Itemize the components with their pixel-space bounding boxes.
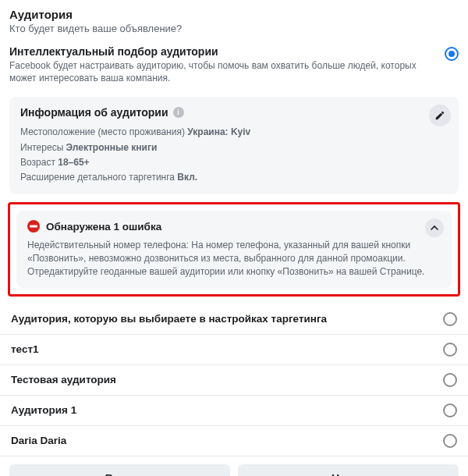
error-body: Недействительный номер телефона: На номе… (27, 239, 441, 278)
smart-audience-title: Интеллектуальный подбор аудитории (9, 45, 431, 58)
collapse-error-button[interactable] (425, 218, 444, 237)
audience-label: Daria Daria (11, 435, 443, 446)
smart-audience-option[interactable]: Интеллектуальный подбор аудитории Facebo… (0, 39, 468, 91)
audience-info-card: Информация об аудитории i Местоположение… (9, 97, 459, 194)
pencil-icon (434, 110, 445, 121)
audience-label: Аудитория 1 (11, 404, 443, 416)
audience-radio[interactable] (443, 434, 457, 448)
audience-radio[interactable] (443, 343, 457, 357)
new-button-label: Новая (332, 472, 365, 476)
audience-label: тест1 (11, 343, 443, 355)
audience-label: Тестовая аудитория (11, 374, 443, 385)
info-card-title: Информация об аудитории (20, 106, 168, 119)
audience-option[interactable]: Daria Daria (0, 426, 468, 456)
edit-audience-button[interactable] (429, 105, 451, 126)
footer-buttons: Все ▾ Новая (0, 456, 468, 476)
chevron-down-icon: ▾ (129, 473, 134, 476)
audience-radio[interactable] (443, 403, 457, 417)
all-button[interactable]: Все ▾ (9, 464, 230, 476)
audience-radio[interactable] (443, 373, 457, 387)
all-button-label: Все (105, 472, 126, 476)
info-lines: Местоположение (место проживания) Украин… (20, 125, 448, 185)
page-title: Аудитория (9, 8, 459, 21)
audience-option[interactable]: тест1 (0, 335, 468, 365)
audience-option[interactable]: Тестовая аудитория (0, 365, 468, 396)
page-subtitle: Кто будет видеть ваше объявление? (9, 23, 459, 34)
smart-audience-desc: Facebook будет настраивать аудиторию, чт… (9, 59, 431, 84)
chevron-up-icon (431, 224, 438, 232)
error-highlight-box: Обнаружена 1 ошибка Недействительный ном… (8, 202, 460, 296)
error-title: Обнаружена 1 ошибка (46, 221, 161, 233)
audience-option[interactable]: Аудитория 1 (0, 396, 468, 426)
error-panel: Обнаружена 1 ошибка Недействительный ном… (16, 211, 452, 287)
new-button[interactable]: Новая (238, 464, 459, 476)
smart-audience-radio[interactable] (445, 47, 459, 61)
audience-option[interactable]: Аудитория, которую вы выбираете в настро… (0, 304, 468, 335)
error-icon (27, 220, 40, 233)
audience-radio[interactable] (443, 312, 457, 326)
audience-label: Аудитория, которую вы выбираете в настро… (11, 313, 443, 325)
info-icon[interactable]: i (173, 107, 184, 118)
audience-header: Аудитория Кто будет видеть ваше объявлен… (0, 0, 468, 39)
